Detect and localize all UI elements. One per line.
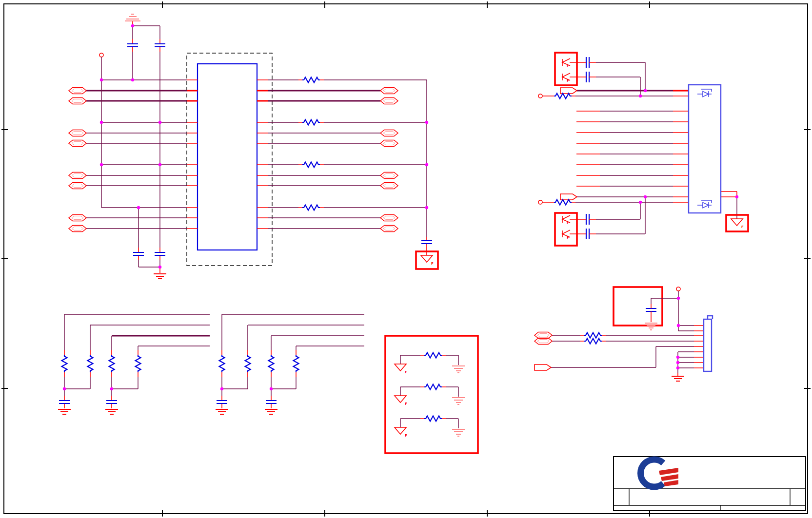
pointer-port-icon xyxy=(535,365,551,370)
schematic-canvas: F F F F F F xyxy=(0,0,812,518)
earth-ground-icon xyxy=(125,14,140,21)
capacitor-icon xyxy=(59,401,70,403)
resistor-icon xyxy=(269,355,274,372)
terminal-circle-icon xyxy=(538,94,542,98)
rj45-pin-stubs xyxy=(542,62,737,234)
resistor-icon xyxy=(584,333,602,338)
resistor-icon xyxy=(554,200,572,205)
port-icon xyxy=(69,226,86,232)
aux-leads xyxy=(580,304,704,376)
clamp-diode-icon xyxy=(697,89,712,97)
resistor-icon xyxy=(302,77,320,83)
magnetics-bold-pin-stubs xyxy=(187,91,268,101)
port-icon xyxy=(69,88,86,94)
termination-network-a xyxy=(58,314,210,414)
earth-ground-icon xyxy=(645,323,657,330)
earth-ground-icon xyxy=(452,429,465,436)
title-block-grid xyxy=(614,489,806,511)
frame-ground-icon xyxy=(731,219,743,226)
capacitor-icon xyxy=(586,214,589,225)
port-icon xyxy=(69,98,86,104)
capacitor-icon xyxy=(646,308,656,311)
capacitor-icon xyxy=(586,57,589,68)
bridge-leads xyxy=(420,355,446,419)
port-icon xyxy=(69,140,86,147)
frame-ground-label: F xyxy=(405,370,407,374)
magnetics-module-outline xyxy=(187,53,272,266)
termination-leads xyxy=(222,350,296,408)
frame-ground-label: F xyxy=(567,221,569,225)
frame-ground-label: F xyxy=(405,402,407,406)
resistor-icon xyxy=(62,355,67,372)
resistor-icon xyxy=(424,384,442,390)
port-icon xyxy=(380,215,398,221)
resistor-icon xyxy=(109,355,115,372)
ground-icon xyxy=(58,409,71,414)
resistor-icon xyxy=(424,353,442,358)
resistor-icon xyxy=(219,355,225,372)
capacitor-icon xyxy=(106,401,117,403)
emphasis-box xyxy=(614,287,662,326)
rj45-connector-body xyxy=(689,85,721,213)
capacitor-icon xyxy=(266,401,277,403)
port-icon xyxy=(69,183,86,189)
ground-icon xyxy=(154,274,166,279)
port-icon xyxy=(535,338,552,345)
terminal-circle-icon xyxy=(676,287,680,291)
capacitor-icon xyxy=(586,72,589,82)
port-icon xyxy=(69,215,86,221)
port-icon xyxy=(380,130,398,136)
port-icon xyxy=(535,332,552,339)
bridge-wires xyxy=(400,355,458,428)
resistor-icon xyxy=(302,120,320,125)
capacitor-icon xyxy=(133,252,144,255)
rj45-wires xyxy=(575,62,737,234)
port-icon xyxy=(69,130,86,136)
resistor-icon xyxy=(302,162,320,168)
clamp-diode-icon xyxy=(697,200,712,208)
aux-connector-section xyxy=(535,287,713,381)
termination-network-b xyxy=(216,314,364,414)
resistor-icon xyxy=(554,94,572,99)
frame-ground-label: F xyxy=(405,434,407,438)
frame-ground-label: F xyxy=(567,64,569,68)
magnetics-bold-pair-wires xyxy=(86,91,380,101)
port-icon xyxy=(380,183,398,189)
termination-wires xyxy=(222,314,364,396)
port-icon xyxy=(380,173,398,179)
port-icon xyxy=(380,88,398,94)
frame-ground-icon xyxy=(395,427,406,434)
ground-icon xyxy=(105,409,118,414)
terminal-circle-icon xyxy=(99,53,103,57)
port-icon xyxy=(69,173,86,179)
resistor-icon xyxy=(294,355,299,372)
earth-ground-icon xyxy=(452,398,465,404)
port-icon xyxy=(380,140,398,147)
capacitor-icon xyxy=(421,241,432,244)
earth-ground-icon xyxy=(452,366,465,373)
drawing-frame xyxy=(1,1,811,517)
capacitor-icon xyxy=(155,44,165,47)
schematic-page: F F F F F F xyxy=(0,0,812,518)
frame-ground-label: F xyxy=(741,225,744,229)
frame-ground-label: F xyxy=(567,79,569,83)
frame-ground-label: F xyxy=(431,262,434,266)
ground-icon xyxy=(216,409,228,414)
termination-wires xyxy=(64,314,210,396)
resistor-icon xyxy=(88,355,93,372)
capacitor-icon xyxy=(127,44,138,47)
frame-ground-icon xyxy=(395,364,406,371)
resistor-icon xyxy=(245,355,251,372)
rj45-connector-section: F F F F F xyxy=(538,53,748,246)
transformer-body xyxy=(198,64,257,250)
aux-connector-body xyxy=(704,319,712,371)
resistor-icon xyxy=(424,416,442,422)
tvs-array-box xyxy=(555,53,577,85)
frame-ground-label: F xyxy=(567,236,569,240)
magnetics-pin-stubs xyxy=(133,21,427,273)
frame-ground-icon xyxy=(421,255,433,262)
emphasis-box xyxy=(385,336,478,453)
frame-ground-icon xyxy=(395,396,406,403)
ground-bridge-box: F F F xyxy=(385,336,478,453)
port-icon xyxy=(380,98,398,104)
